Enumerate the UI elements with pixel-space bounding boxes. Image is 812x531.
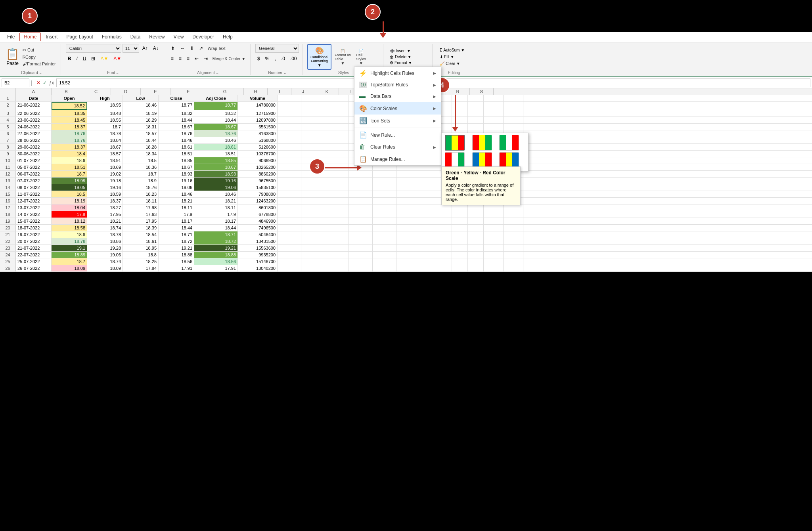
table-cell[interactable]: 27-06-2022 <box>16 130 52 137</box>
empty-cell[interactable] <box>436 198 452 204</box>
increase-indent-button[interactable]: ⇥ <box>202 54 210 63</box>
empty-cell[interactable] <box>396 265 420 271</box>
empty-cell[interactable] <box>420 231 436 238</box>
empty-cell[interactable] <box>325 178 349 184</box>
delete-button[interactable]: 🗑 Delete ▼ <box>388 54 414 59</box>
table-cell[interactable]: 15146700 <box>238 258 278 265</box>
table-cell[interactable]: 18.67 <box>87 144 123 150</box>
col-d[interactable]: D <box>111 88 141 95</box>
menu-file[interactable]: File <box>3 33 19 41</box>
table-cell[interactable]: 17.95 <box>87 211 123 218</box>
empty-cell[interactable] <box>278 218 301 224</box>
empty-cell[interactable] <box>278 130 301 137</box>
table-cell[interactable]: 19-07-2022 <box>16 231 52 238</box>
empty-cell[interactable] <box>452 198 468 204</box>
empty-cell[interactable] <box>325 258 349 265</box>
table-cell[interactable]: 18.17 <box>159 218 194 224</box>
empty-cell[interactable] <box>484 218 504 224</box>
table-cell[interactable]: 19.16 <box>87 184 123 191</box>
empty-cell[interactable] <box>396 252 420 258</box>
empty-cell[interactable] <box>484 245 504 251</box>
menu-page-layout[interactable]: Page Layout <box>62 33 97 41</box>
menu-home[interactable]: Home <box>19 32 41 41</box>
table-cell[interactable]: 19.02 <box>87 171 123 177</box>
empty-cell[interactable] <box>452 204 468 211</box>
table-cell[interactable]: 18.39 <box>123 225 159 231</box>
table-cell[interactable]: 18.21 <box>159 198 194 204</box>
table-cell[interactable]: 10265200 <box>238 164 278 170</box>
table-cell[interactable]: 18.37 <box>87 198 123 204</box>
empty-cell[interactable] <box>484 184 504 191</box>
color-scale-blue-yellow-red[interactable] <box>472 152 492 168</box>
table-cell[interactable]: 18.55 <box>87 117 123 123</box>
empty-cell[interactable] <box>278 252 301 258</box>
empty-cell[interactable] <box>468 211 484 218</box>
decrease-decimal-button[interactable]: .0 <box>279 54 287 63</box>
empty-cell[interactable] <box>396 191 420 197</box>
header-cell[interactable]: High <box>87 95 123 101</box>
empty-cell[interactable] <box>436 258 452 265</box>
empty-cell[interactable] <box>301 110 325 117</box>
empty-cell[interactable] <box>373 204 396 211</box>
empty-cell[interactable] <box>452 238 468 244</box>
empty-cell[interactable] <box>325 110 349 117</box>
empty-cell[interactable] <box>468 204 484 211</box>
empty-cell[interactable] <box>420 252 436 258</box>
underline-button[interactable]: U <box>81 54 88 63</box>
empty-cell[interactable] <box>504 184 523 191</box>
empty-cell[interactable] <box>504 198 523 204</box>
header-cell[interactable]: Low <box>123 95 159 101</box>
table-cell[interactable]: 18.67 <box>194 124 238 130</box>
italic-button[interactable]: I <box>74 54 79 63</box>
empty-cell[interactable] <box>484 231 504 238</box>
empty-cell[interactable] <box>301 164 325 170</box>
align-left-button[interactable]: ≡ <box>169 54 176 63</box>
empty-cell[interactable] <box>504 238 523 244</box>
empty-cell[interactable] <box>436 191 452 197</box>
col-g[interactable]: G <box>206 88 244 95</box>
format-painter-button[interactable]: 🖌 Format Painter <box>21 61 57 67</box>
menu-review[interactable]: Review <box>145 33 169 41</box>
table-cell[interactable]: 7496500 <box>238 225 278 231</box>
empty-cell[interactable] <box>301 124 325 130</box>
header-cell[interactable]: Open <box>52 95 87 101</box>
empty-cell[interactable] <box>504 171 523 177</box>
table-cell[interactable]: 18.48 <box>87 110 123 117</box>
font-color-button[interactable]: A▼ <box>111 54 123 63</box>
increase-decimal-button[interactable]: .00 <box>288 54 299 63</box>
empty-cell[interactable] <box>468 95 484 101</box>
empty-cell[interactable] <box>396 178 420 184</box>
empty-cell[interactable] <box>325 164 349 170</box>
empty-cell[interactable] <box>278 184 301 191</box>
table-cell[interactable]: 18.71 <box>194 231 238 238</box>
empty-cell[interactable] <box>325 117 349 123</box>
table-cell[interactable]: 18.11 <box>194 204 238 211</box>
conditional-formatting-menu[interactable]: ⚡ Highlight Cells Rules ▶ 10 Top/Bottom … <box>354 67 441 166</box>
menu-data[interactable]: Data <box>126 33 144 41</box>
table-cell[interactable]: 18.71 <box>159 231 194 238</box>
table-cell[interactable]: 18.77 <box>159 102 194 110</box>
empty-cell[interactable] <box>278 151 301 157</box>
empty-cell[interactable] <box>325 225 349 231</box>
empty-cell[interactable] <box>301 265 325 271</box>
table-cell[interactable]: 8601800 <box>238 204 278 211</box>
empty-cell[interactable] <box>301 102 325 110</box>
table-cell[interactable]: 18.19 <box>123 110 159 117</box>
empty-cell[interactable] <box>504 110 523 117</box>
alignment-expand-icon[interactable]: ⌄ <box>216 71 219 75</box>
empty-cell[interactable] <box>325 218 349 224</box>
empty-cell[interactable] <box>278 231 301 238</box>
empty-cell[interactable] <box>396 258 420 265</box>
empty-cell[interactable] <box>420 245 436 251</box>
table-cell[interactable]: 17.98 <box>123 204 159 211</box>
empty-cell[interactable] <box>504 117 523 123</box>
table-cell[interactable]: 18.44 <box>159 117 194 123</box>
empty-cell[interactable] <box>504 124 523 130</box>
empty-cell[interactable] <box>484 252 504 258</box>
table-cell[interactable]: 30-06-2022 <box>16 151 52 157</box>
table-cell[interactable]: 18.21 <box>194 198 238 204</box>
percent-button[interactable]: % <box>263 54 272 63</box>
empty-cell[interactable] <box>468 117 484 123</box>
empty-cell[interactable] <box>468 102 484 110</box>
empty-cell[interactable] <box>278 238 301 244</box>
